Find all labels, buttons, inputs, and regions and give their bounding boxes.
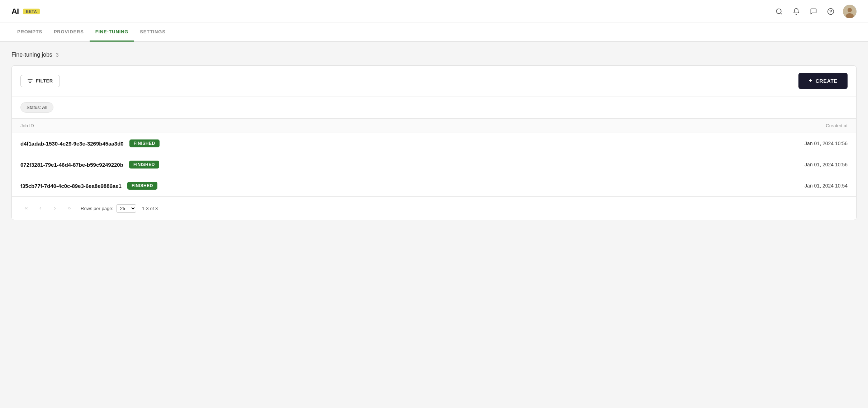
svg-point-5 xyxy=(848,8,852,12)
rows-per-page-label: Rows per page: xyxy=(81,206,113,211)
status-badge: FINISHED xyxy=(129,161,159,169)
first-page-button[interactable] xyxy=(20,203,32,214)
page-title: Fine-tuning jobs xyxy=(11,52,52,58)
status-filter-badge[interactable]: Status: All xyxy=(20,102,53,113)
row-left: d4f1adab-1530-4c29-9e3c-3269b45aa3d0 FIN… xyxy=(20,139,160,147)
status-badge: FINISHED xyxy=(129,139,160,147)
rows-per-page-select[interactable]: 25 50 100 xyxy=(116,204,136,213)
tab-fine-tuning[interactable]: FINE-TUNING xyxy=(90,23,134,42)
toolbar: FILTER + CREATE xyxy=(12,66,856,96)
sub-nav: PROMPTS PROVIDERS FINE-TUNING SETTINGS xyxy=(0,23,868,42)
app-logo: AI xyxy=(11,7,19,16)
page-info: 1-3 of 3 xyxy=(142,206,158,211)
job-id: d4f1adab-1530-4c29-9e3c-3269b45aa3d0 xyxy=(20,141,124,147)
plus-icon: + xyxy=(808,77,812,85)
status-badge: FINISHED xyxy=(127,182,157,190)
row-left: f35cb77f-7d40-4c0c-89e3-6ea8e9886ae1 FIN… xyxy=(20,182,157,190)
bell-icon[interactable] xyxy=(791,6,801,16)
create-button[interactable]: + CREATE xyxy=(798,73,848,89)
last-page-button[interactable] xyxy=(63,203,75,214)
search-icon[interactable] xyxy=(774,6,784,16)
tab-settings[interactable]: SETTINGS xyxy=(134,23,171,42)
svg-line-1 xyxy=(781,13,782,14)
status-filter-row: Status: All xyxy=(12,96,856,119)
table-row[interactable]: 072f3281-79e1-46d4-87be-b59c9249220b FIN… xyxy=(12,154,856,175)
jobs-count: 3 xyxy=(56,52,59,58)
page-content: Fine-tuning jobs 3 FILTER + CREATE Statu… xyxy=(0,42,868,230)
table-container: FILTER + CREATE Status: All Job ID Creat… xyxy=(11,65,857,220)
help-icon[interactable] xyxy=(826,6,836,16)
tab-providers[interactable]: PROVIDERS xyxy=(48,23,90,42)
avatar[interactable] xyxy=(843,5,857,18)
table-header: Job ID Created at xyxy=(12,119,856,133)
job-id: f35cb77f-7d40-4c0c-89e3-6ea8e9886ae1 xyxy=(20,183,122,189)
row-left: 072f3281-79e1-46d4-87be-b59c9249220b FIN… xyxy=(20,161,159,169)
filter-button[interactable]: FILTER xyxy=(20,75,60,87)
table-row[interactable]: d4f1adab-1530-4c29-9e3c-3269b45aa3d0 FIN… xyxy=(12,133,856,154)
nav-left: AI BETA xyxy=(11,7,40,16)
beta-badge: BETA xyxy=(23,9,40,14)
filter-label: FILTER xyxy=(36,78,53,84)
created-at: Jan 01, 2024 10:54 xyxy=(805,183,848,189)
top-nav: AI BETA xyxy=(0,0,868,23)
tab-prompts[interactable]: PROMPTS xyxy=(11,23,48,42)
pagination: Rows per page: 25 50 100 1-3 of 3 xyxy=(12,196,856,220)
created-at: Jan 01, 2024 10:56 xyxy=(805,141,848,146)
next-page-button[interactable] xyxy=(49,203,61,214)
create-label: CREATE xyxy=(816,78,838,84)
job-id: 072f3281-79e1-46d4-87be-b59c9249220b xyxy=(20,162,123,168)
nav-right xyxy=(774,5,857,18)
page-header: Fine-tuning jobs 3 xyxy=(11,52,857,58)
prev-page-button[interactable] xyxy=(35,203,46,214)
col-header-job-id: Job ID xyxy=(20,123,34,128)
created-at: Jan 01, 2024 10:56 xyxy=(805,162,848,167)
table-row[interactable]: f35cb77f-7d40-4c0c-89e3-6ea8e9886ae1 FIN… xyxy=(12,175,856,196)
col-header-created-at: Created at xyxy=(826,123,848,128)
chat-icon[interactable] xyxy=(808,6,819,16)
